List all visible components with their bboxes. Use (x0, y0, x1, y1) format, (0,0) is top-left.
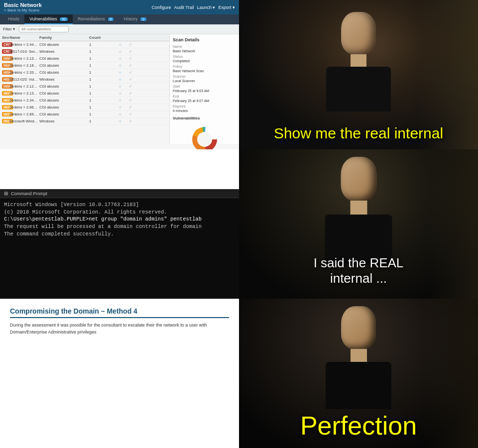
vuln-list: Sev Name Family Count CRIT Jenkins < 2.4… (0, 34, 169, 144)
tab-hosts[interactable]: Hosts (3, 14, 24, 24)
table-row[interactable]: HIGH Jenkins < 2.184.4 (75 / 2.151... CG… (0, 62, 169, 69)
vuln-name: Microsoft Windows Remote... (9, 119, 39, 123)
scan-status-val: Completed (173, 59, 190, 63)
vuln-count: 1 (89, 119, 119, 123)
col-family: Family (39, 35, 89, 40)
table-row[interactable]: CRIT MS17-010: Security Update fo... Win… (0, 48, 169, 55)
cmd-line: (c) 2018 Microsoft Corporation. All righ… (4, 209, 235, 216)
sev-badge: HIGH (2, 63, 9, 68)
nessus-brand: Basic Network (4, 2, 42, 8)
scan-policy-val: Basic Network Scan (173, 69, 204, 73)
vuln-name: Jenkins < 2.184.4 (75 / 2.151... (9, 63, 39, 68)
vuln-action-2[interactable]: ✓ (129, 91, 139, 96)
vuln-action-2[interactable]: ✓ (129, 77, 139, 82)
face-top (341, 12, 376, 54)
scene-bot: Perfection (239, 299, 478, 448)
vuln-count: 1 (89, 105, 119, 110)
scan-elapsed-val: 4 minutes (173, 109, 188, 112)
vuln-action-1[interactable]: ○ (119, 42, 129, 47)
vuln-action-1[interactable]: ○ (119, 105, 129, 110)
vuln-action-2[interactable]: ✓ (129, 105, 139, 110)
audit-trail-button[interactable]: Audit Trail (174, 5, 194, 10)
vuln-action-1[interactable]: ○ (119, 63, 129, 68)
scan-name-val: Basic Network (173, 49, 195, 53)
tab-vulnerabilities[interactable]: Vulnerabilities 91 (24, 14, 73, 24)
vuln-action-1[interactable]: ○ (119, 56, 129, 61)
vuln-action-1[interactable]: ○ (119, 84, 129, 89)
table-row[interactable]: HIGH MS12-020: Vulnerabilities n... Wind… (0, 76, 169, 83)
sev-badge: HIGH (2, 84, 9, 89)
vuln-count: 1 (89, 70, 119, 75)
scan-end-label: End (173, 95, 179, 98)
vuln-action-1[interactable]: ○ (119, 49, 129, 54)
scan-scanner-label: Scanner (173, 75, 186, 78)
vuln-count: 1 (89, 84, 119, 89)
vuln-donut-chart (190, 124, 220, 149)
meme-panel-bot: Perfection (239, 299, 478, 448)
meme-panel-mid: I said the REALinternal ... (239, 149, 478, 299)
table-row[interactable]: HIGH Jenkins < 2.1312 / 2.102 Mul... CGI… (0, 55, 169, 62)
table-row[interactable]: MEDI Jenkins < 2.348 / 2.348 Mul... CGI … (0, 97, 169, 104)
vuln-family: CGI abuses (39, 105, 89, 110)
table-row[interactable]: MEDI Jenkins > 2.863.2 / 2.35 Mul... CGI… (0, 104, 169, 111)
search-input[interactable] (19, 26, 69, 32)
scan-policy-label: Policy (173, 65, 182, 68)
vuln-family: Windows (39, 49, 89, 54)
vuln-action-1[interactable]: ○ (119, 112, 129, 116)
nessus-panel: Basic Network < Back to My Scans Configu… (0, 0, 239, 149)
vuln-count: 1 (89, 112, 119, 116)
sev-badge: MEDI (2, 98, 9, 103)
vuln-action-1[interactable]: ○ (119, 119, 129, 123)
vuln-family: CGI abuses (39, 91, 89, 96)
report-title: Compromising the Domain – Method 4 (10, 307, 229, 318)
vuln-name: Jenkins < 2.348 / 2.348 Mul... (9, 98, 39, 103)
cmd-line: The command completed successfully. (4, 230, 235, 238)
tab-remediations[interactable]: Remediations 0 (73, 14, 119, 24)
scene-top: Show me the real internal (239, 0, 478, 149)
table-row[interactable]: CRIT Jenkins < 2.441.2 / 2.97 and Je... … (0, 41, 169, 48)
export-button[interactable]: Export ▾ (218, 5, 235, 10)
scan-scanner-val: Local Scanner (173, 79, 195, 83)
table-row[interactable]: MEDI Microsoft Windows Remote... Windows… (0, 118, 169, 125)
vuln-action-1[interactable]: ○ (119, 98, 129, 103)
nessus-tabs: Hosts Vulnerabilities 91 Remediations 0 … (0, 14, 239, 24)
vuln-action-1[interactable]: ○ (119, 77, 129, 82)
nessus-back-link[interactable]: < Back to My Scans (4, 8, 42, 12)
vuln-family: CGI abuses (39, 56, 89, 61)
table-row[interactable]: MEDI Jenkins < 2.89.4 / 2.107 Mul... CGI… (0, 111, 169, 118)
cmd-line: Microsoft Windows [Version 10.0.17763.21… (4, 201, 235, 209)
table-row[interactable]: MEDI Jenkins < 2.1312 / 2.108 Mul... CGI… (0, 90, 169, 97)
vuln-name: Jenkins < 2.1312 / 2.108 Mul... (9, 91, 39, 96)
vuln-action-2[interactable]: ✓ (129, 42, 139, 47)
report-panel: Compromising the Domain – Method 4 Durin… (0, 299, 239, 448)
vuln-rows: CRIT Jenkins < 2.441.2 / 2.97 and Je... … (0, 41, 169, 125)
vuln-action-2[interactable]: ✓ (129, 112, 139, 116)
report-body: During the assessment it was possible fo… (10, 322, 229, 336)
configure-button[interactable]: Configure (151, 5, 171, 10)
vuln-action-1[interactable]: ○ (119, 70, 129, 75)
launch-button[interactable]: Launch ▾ (197, 5, 215, 10)
vuln-name: Jenkins < 2.441.2 / 2.97 and Je... (9, 42, 39, 47)
nessus-header: Basic Network < Back to My Scans Configu… (0, 0, 239, 14)
vuln-action-2[interactable]: ✓ (129, 98, 139, 103)
tab-history[interactable]: History 1 (119, 14, 151, 24)
nessus-content: Sev Name Family Count CRIT Jenkins < 2.4… (0, 34, 239, 144)
sev-badge: MEDI (2, 105, 9, 110)
vuln-action-2[interactable]: ✓ (129, 84, 139, 89)
vuln-action-2[interactable]: ✓ (129, 63, 139, 68)
vuln-count: 1 (89, 98, 119, 103)
neck-mid (350, 201, 367, 215)
vuln-action-1[interactable]: ○ (119, 91, 129, 96)
meme-panel-top: Show me the real internal (239, 0, 478, 149)
filter-label[interactable]: Filter ▾ (3, 27, 15, 31)
vuln-action-2[interactable]: ✓ (129, 49, 139, 54)
vuln-action-2[interactable]: ✓ (129, 119, 139, 123)
table-row[interactable]: HIGH Jenkins < 2.1272 / 2.106 ... CGI ab… (0, 83, 169, 90)
col-name: Name (9, 35, 39, 40)
scene-mid: I said the REALinternal ... (239, 149, 478, 299)
vuln-action-2[interactable]: ✓ (129, 70, 139, 75)
sev-badge: MEDI (2, 112, 9, 116)
vuln-count: 1 (89, 56, 119, 61)
vuln-action-2[interactable]: ✓ (129, 56, 139, 61)
table-row[interactable]: HIGH Jenkins < 2.332.35 / 2.160 ... CGI … (0, 69, 169, 76)
